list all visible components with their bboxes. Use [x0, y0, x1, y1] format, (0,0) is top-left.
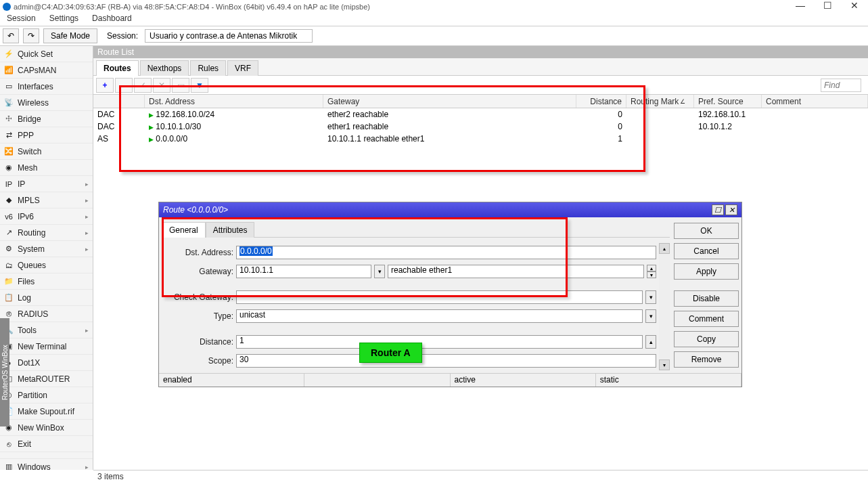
remove-button[interactable]: — [115, 78, 133, 93]
sidebar-item-ipv6[interactable]: v6IPv6▸ [0, 209, 93, 225]
sidebar-item-ppp[interactable]: ⇄PPP [0, 127, 93, 144]
gateway-dropdown-button[interactable]: ▾ [374, 265, 385, 278]
row-flags: DAC [93, 122, 120, 131]
check-gateway-dropdown[interactable]: ▾ [645, 290, 656, 304]
dialog-restore-button[interactable]: ☐ [712, 204, 724, 215]
sidebar-item-wireless[interactable]: 📡Wireless [0, 95, 93, 111]
sidebar-item-bridge[interactable]: ☩Bridge [0, 111, 93, 127]
apply-button[interactable]: Apply [674, 263, 739, 280]
filter-button[interactable]: ▼ [191, 78, 208, 93]
ok-button[interactable]: OK [674, 223, 739, 239]
type-input[interactable]: unicast [236, 309, 643, 323]
dst-address-input[interactable]: 0.0.0.0/0 [236, 246, 656, 259]
dialog-tab-attributes[interactable]: Attributes [206, 222, 255, 238]
row-dst: ▶ 0.0.0.0/0 [145, 134, 323, 144]
check-gateway-input[interactable] [236, 290, 643, 304]
remove-dlg-button[interactable]: Remove [674, 351, 739, 368]
col-comment[interactable]: Comment [762, 95, 868, 108]
sidebar-item-newwinbox[interactable]: ◉New WinBox [0, 420, 93, 436]
sidebar-item-queues[interactable]: 🗂Queues [0, 257, 93, 273]
sidebar-item-radius[interactable]: ®RADIUS [0, 306, 93, 322]
sidebar-item-metarouter[interactable]: ◧MetaROUTER [0, 371, 93, 387]
scroll-up-button[interactable]: ▴ [659, 243, 670, 254]
sidebar-label: CAPsMAN [18, 66, 56, 75]
sidebar-item-partition[interactable]: ◐Partition [0, 387, 93, 403]
dialog-scrollbar[interactable]: ▴ ▾ [659, 243, 670, 370]
tab-routes[interactable]: Routes [96, 60, 139, 76]
row-gw: ether2 reachable [323, 110, 576, 119]
sidebar-item-exit[interactable]: ⎋Exit [0, 436, 93, 452]
copy-button[interactable]: Copy [674, 331, 739, 347]
scope-input[interactable]: 30 [236, 354, 656, 368]
col-flags[interactable] [93, 95, 120, 108]
dialog-close-button[interactable]: ✕ [725, 204, 737, 215]
interface-icon: ▭ [4, 82, 14, 91]
scroll-down-button[interactable]: ▾ [659, 359, 670, 370]
col-routing-mark[interactable]: Routing Mark∠ [626, 95, 694, 108]
sidebar-item-tools[interactable]: 🔧Tools▸ [0, 322, 93, 338]
col-pref-source[interactable]: Pref. Source [694, 95, 762, 108]
col-distance[interactable]: Distance [576, 95, 626, 108]
sidebar-item-routing[interactable]: ↗Routing▸ [0, 225, 93, 241]
sidebar-item-log[interactable]: 📋Log [0, 290, 93, 306]
sidebar-item-interfaces[interactable]: ▭Interfaces [0, 79, 93, 95]
sidebar-item-terminal[interactable]: ▣New Terminal [0, 338, 93, 355]
dialog-tab-general[interactable]: General [162, 222, 206, 238]
sidebar-item-windows[interactable]: ▥Windows▸ [0, 459, 93, 470]
col-gateway[interactable]: Gateway [323, 95, 576, 108]
bridge-icon: ☩ [4, 114, 14, 124]
gateway-updown[interactable]: ▲▼ [647, 265, 656, 278]
disable-button[interactable]: Disable [674, 290, 739, 307]
sidebar-item-mesh[interactable]: ◉Mesh [0, 160, 93, 176]
sidebar-item-files[interactable]: 📁Files [0, 273, 93, 290]
table-row[interactable]: DAC ▶ 10.10.1.0/30 ether1 reachable 0 10… [93, 121, 868, 133]
redo-button[interactable]: ↷ [23, 28, 39, 43]
gateway-input[interactable]: 10.10.1.1 [236, 265, 371, 278]
dialog-title-text: Route <0.0.0.0/0> [163, 205, 228, 215]
comment-button[interactable]: ▭ [172, 78, 189, 93]
table-row[interactable]: AS ▶ 0.0.0.0/0 10.10.1.1 reachable ether… [93, 133, 868, 145]
minimize-button[interactable]: — [787, 0, 814, 11]
menu-session[interactable]: Session [0, 14, 43, 26]
sidebar-item-supout[interactable]: 📄Make Supout.rif [0, 403, 93, 420]
distance-input[interactable]: 1 [236, 335, 643, 349]
table-row[interactable]: DAC ▶ 192.168.10.0/24 ether2 reachable 0… [93, 108, 868, 121]
cancel-button[interactable]: Cancel [674, 243, 739, 259]
wifi-icon: 📶 [4, 66, 14, 75]
main-toolbar: ↶ ↷ Safe Mode Session: Usuario y contras… [0, 26, 868, 46]
menu-settings[interactable]: Settings [43, 14, 85, 26]
find-input[interactable] [821, 79, 861, 92]
row-dst: ▶ 10.10.1.0/30 [145, 122, 323, 131]
sidebar-item-ip[interactable]: IPIP▸ [0, 176, 93, 192]
maximize-button[interactable]: ☐ [814, 0, 841, 11]
enable-button[interactable]: ✓ [134, 78, 152, 93]
comment-dlg-button[interactable]: Comment [674, 311, 739, 327]
tab-vrf[interactable]: VRF [227, 60, 258, 76]
antenna-icon: 📡 [4, 98, 14, 108]
sidebar-item-dot1x[interactable]: ●Dot1X [0, 355, 93, 371]
gear-icon: ⚙ [4, 244, 14, 254]
sidebar-label: MetaROUTER [18, 374, 70, 384]
sidebar-item-quickset[interactable]: ⚡Quick Set [0, 46, 93, 62]
disable-button[interactable]: ✕ [153, 78, 170, 93]
dialog-titlebar[interactable]: Route <0.0.0.0/0> ☐ ✕ [159, 202, 741, 217]
session-value[interactable]: Usuario y contrase.a de Antenas Mikrotik [145, 29, 313, 43]
col-dst[interactable]: Dst. Address [145, 95, 323, 108]
sidebar-label: Queues [18, 261, 46, 270]
distance-up[interactable]: ▴ [645, 335, 656, 349]
sidebar-item-system[interactable]: ⚙System▸ [0, 241, 93, 257]
list-toolbar: + — ✓ ✕ ▭ ▼ [93, 76, 868, 95]
col-indent[interactable] [120, 95, 145, 108]
tab-rules[interactable]: Rules [190, 60, 226, 76]
close-button[interactable]: ✕ [841, 0, 868, 11]
sidebar-item-capsman[interactable]: 📶CAPsMAN [0, 62, 93, 79]
menu-dashboard[interactable]: Dashboard [85, 14, 139, 26]
undo-button[interactable]: ↶ [3, 28, 19, 43]
sidebar-item-switch[interactable]: 🔀Switch [0, 144, 93, 160]
sidebar-label: System [18, 244, 45, 254]
safe-mode-button[interactable]: Safe Mode [43, 28, 97, 43]
add-button[interactable]: + [96, 78, 114, 93]
tab-nexthops[interactable]: Nexthops [140, 60, 189, 76]
type-dropdown[interactable]: ▾ [645, 309, 656, 323]
sidebar-item-mpls[interactable]: ◆MPLS▸ [0, 192, 93, 209]
